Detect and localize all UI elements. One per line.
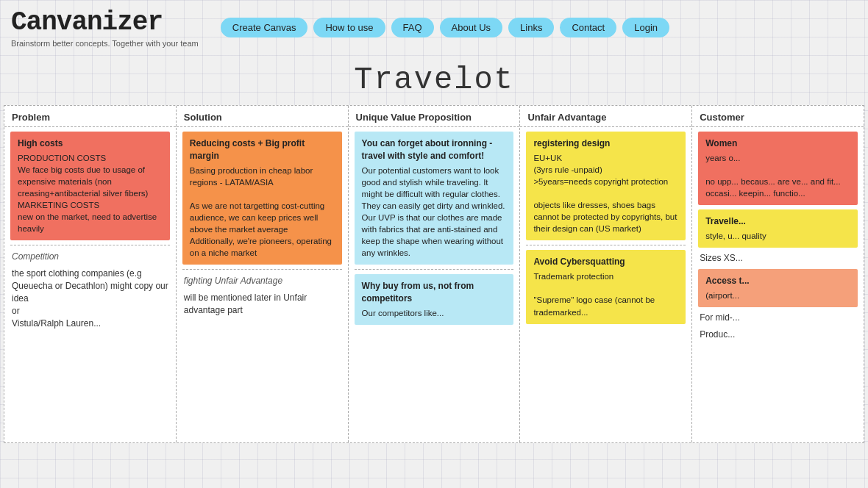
sticky-note[interactable]: Travelle...style, u... quality bbox=[698, 209, 858, 248]
sticky-body: years o... no upp... becaus... are ve...… bbox=[705, 152, 850, 199]
col-divider bbox=[10, 245, 170, 245]
static-text: For mid-... bbox=[698, 312, 858, 324]
static-text: Sizes XS... bbox=[698, 252, 858, 265]
col-body-solution: Reducing costs + Big profit marginBasing… bbox=[177, 127, 348, 442]
sticky-body: Our competitors like... bbox=[362, 307, 507, 319]
sticky-title: Avoid Cybersquatting bbox=[533, 256, 678, 268]
column-solution: SolutionReducing costs + Big profit marg… bbox=[177, 106, 349, 442]
col-header-solution: Solution bbox=[177, 106, 348, 127]
sticky-title: Why buy from us, not from competitors bbox=[362, 280, 507, 305]
main-nav: Create CanvasHow to useFAQAbout UsLinksC… bbox=[221, 18, 669, 37]
sticky-title: Reducing costs + Big profit margin bbox=[190, 137, 335, 162]
sticky-body: style, u... quality bbox=[705, 230, 850, 242]
sticky-title: registering design bbox=[533, 137, 678, 150]
sticky-body: Our potential customers want to look goo… bbox=[362, 165, 507, 259]
col-header-problem: Problem bbox=[4, 106, 176, 127]
nav-btn-how-to-use[interactable]: How to use bbox=[313, 18, 385, 37]
sticky-body: Basing production in cheap labor regions… bbox=[190, 165, 335, 259]
col-body-problem: High costsPRODUCTION COSTS We face big c… bbox=[4, 127, 176, 442]
sticky-title: Women bbox=[705, 137, 850, 150]
col-header-customer: Customer bbox=[692, 106, 864, 127]
column-unfair: Unfair Advantageregistering designEU+UK … bbox=[520, 106, 692, 442]
sticky-body: (airport... bbox=[705, 290, 850, 301]
sticky-body: Trademark protection "Supreme" logo case… bbox=[533, 270, 678, 317]
sticky-note[interactable]: You can forget about ironning - travel w… bbox=[355, 132, 514, 265]
col-header-unfair: Unfair Advantage bbox=[520, 106, 691, 127]
sticky-note[interactable]: Why buy from us, not from competitorsOur… bbox=[355, 274, 514, 325]
col-body-unfair: registering designEU+UK (3yrs rule -unpa… bbox=[520, 127, 691, 442]
sticky-body: EU+UK (3yrs rule -unpaid) >5years=needs … bbox=[533, 152, 678, 235]
nav-btn-login[interactable]: Login bbox=[622, 18, 669, 37]
col-divider bbox=[355, 269, 514, 270]
static-text: will be mentioned later in Unfair advant… bbox=[182, 292, 342, 317]
nav-btn-create-canvas[interactable]: Create Canvas bbox=[221, 18, 308, 37]
nav-btn-contact[interactable]: Contact bbox=[560, 18, 616, 37]
canvas-container: ProblemHigh costsPRODUCTION COSTS We fac… bbox=[4, 105, 864, 443]
sticky-note[interactable]: Avoid CybersquattingTrademark protection… bbox=[526, 250, 686, 323]
page-title: Travelot bbox=[0, 62, 868, 98]
col-divider bbox=[526, 245, 686, 245]
column-customer: CustomerWomenyears o... no upp... becaus… bbox=[692, 106, 864, 442]
logo-area: Canvanizer Brainstorm better concepts. T… bbox=[11, 7, 199, 48]
sticky-note[interactable]: registering designEU+UK (3yrs rule -unpa… bbox=[526, 132, 686, 240]
sticky-note[interactable]: Reducing costs + Big profit marginBasing… bbox=[182, 132, 342, 265]
header: Canvanizer Brainstorm better concepts. T… bbox=[0, 0, 868, 51]
sticky-title: You can forget about ironning - travel w… bbox=[362, 137, 507, 162]
static-text: Produc... bbox=[698, 329, 858, 341]
col-body-customer: Womenyears o... no upp... becaus... are … bbox=[692, 127, 864, 442]
sticky-title: High costs bbox=[18, 137, 163, 150]
col-header-uvp: Unique Value Proposition bbox=[349, 106, 520, 127]
col-divider bbox=[182, 269, 342, 270]
section-label: fighting Unfair Advantage bbox=[182, 274, 342, 287]
section-label: Competition bbox=[10, 250, 170, 263]
sticky-note[interactable]: High costsPRODUCTION COSTS We face big c… bbox=[10, 132, 170, 240]
column-problem: ProblemHigh costsPRODUCTION COSTS We fac… bbox=[4, 106, 177, 442]
sticky-title: Travelle... bbox=[705, 215, 850, 228]
nav-btn-about-us[interactable]: About Us bbox=[440, 18, 502, 37]
column-uvp: Unique Value PropositionYou can forget a… bbox=[349, 106, 521, 442]
logo-subtitle: Brainstorm better concepts. Together wit… bbox=[11, 39, 199, 48]
page-title-area: Travelot bbox=[0, 51, 868, 105]
nav-btn-faq[interactable]: FAQ bbox=[391, 18, 434, 37]
logo-title: Canvanizer bbox=[11, 7, 199, 37]
col-body-uvp: You can forget about ironning - travel w… bbox=[349, 127, 520, 442]
nav-btn-links[interactable]: Links bbox=[508, 18, 554, 37]
sticky-title: Access t... bbox=[705, 275, 850, 287]
sticky-note[interactable]: Womenyears o... no upp... becaus... are … bbox=[698, 132, 858, 205]
static-text: the sport clothing companies (e.g Queuec… bbox=[10, 268, 170, 329]
sticky-note[interactable]: Access t...(airport... bbox=[698, 269, 858, 307]
sticky-body: PRODUCTION COSTS We face big costs due t… bbox=[18, 152, 163, 235]
